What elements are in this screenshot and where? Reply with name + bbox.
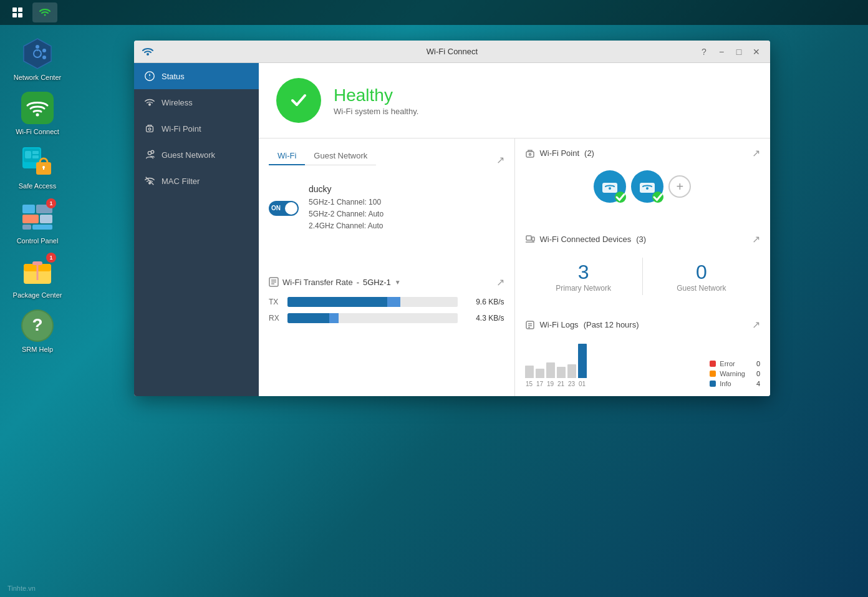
svg-point-35 <box>147 53 149 56</box>
bar-19 <box>546 362 555 378</box>
health-status: Healthy <box>334 85 418 105</box>
svg-rect-28 <box>22 225 31 230</box>
primary-network-stat: 3 Primary Network <box>525 256 642 298</box>
health-description: Wi-Fi system is healthy. <box>334 107 418 116</box>
desktop-icon-package-center[interactable]: 1 Package Center <box>12 255 62 299</box>
svg-point-39 <box>149 104 151 105</box>
wifi-panel-expand[interactable]: ↗ <box>496 154 504 166</box>
logs-expand[interactable]: ↗ <box>752 319 760 331</box>
network-center-label: Network Center <box>14 74 61 82</box>
bar-21 <box>557 367 566 378</box>
transfer-expand[interactable]: ↗ <box>496 276 504 288</box>
tx-row: TX 9.6 KB/s <box>269 297 504 307</box>
logs-chart: 15 17 19 21 23 01 <box>525 344 703 387</box>
sidebar-item-guest-network[interactable]: Guest Network <box>134 142 259 168</box>
guest-network-stat: 0 Guest Network <box>643 256 760 298</box>
maximize-button[interactable]: □ <box>733 46 745 58</box>
desktop-icon-network-center[interactable]: Network Center <box>12 37 62 82</box>
svg-point-43 <box>151 150 154 153</box>
svg-point-52 <box>646 187 649 190</box>
transfer-rate-panel: Wi-Fi Transfer Rate - 5GHz-1 ▼ ↗ TX <box>259 268 514 397</box>
devices-title: Wi-Fi Connected Devices (3) <box>525 234 647 244</box>
add-wifi-point-button[interactable]: + <box>668 175 691 198</box>
desktop-icon-wifi-connect[interactable]: Wi-Fi Connect <box>12 92 62 136</box>
primary-label: Primary Network <box>530 284 637 293</box>
svg-text:?: ? <box>32 315 42 334</box>
desktop: Network Center Wi-Fi Connect <box>0 25 868 597</box>
help-button[interactable]: ? <box>698 46 710 58</box>
window-body: Status Wireless Wi-F <box>134 63 770 396</box>
minimize-button[interactable]: − <box>715 46 728 58</box>
taskbar <box>0 0 868 25</box>
tx-speed: 9.6 KB/s <box>464 298 504 306</box>
warning-dot <box>710 371 716 377</box>
transfer-title-text: Wi-Fi Transfer Rate <box>282 278 353 287</box>
tab-guest-network[interactable]: Guest Network <box>305 147 376 165</box>
wifi-point-1[interactable] <box>594 170 626 203</box>
sidebar-item-mac-filter[interactable]: MAC Filter <box>134 168 259 194</box>
titlebar-wifi-icon <box>142 46 154 58</box>
sidebar-mac-filter-label: MAC Filter <box>162 177 200 186</box>
wifi-connect-window: Wi-Fi Connect ? − □ ✕ Status <box>134 41 770 396</box>
desktop-icon-control-panel[interactable]: 1 Control Panel <box>12 201 62 245</box>
toggle-knob <box>285 202 297 215</box>
wifi-connect-label: Wi-Fi Connect <box>16 128 59 136</box>
transfer-rows: TX 9.6 KB/s RX 4 <box>269 294 504 332</box>
bar-23 <box>567 364 576 378</box>
close-button[interactable]: ✕ <box>750 46 763 58</box>
svg-rect-17 <box>32 151 39 154</box>
window-titlebar: Wi-Fi Connect ? − □ ✕ <box>134 41 770 63</box>
status-circle <box>276 78 321 123</box>
window-controls: ? − □ ✕ <box>698 46 763 58</box>
svg-line-12 <box>40 55 41 56</box>
sidebar-guest-label: Guest Network <box>162 150 215 160</box>
wifi-point-2[interactable] <box>631 170 663 203</box>
svg-point-8 <box>42 49 46 52</box>
primary-count: 3 <box>530 261 637 284</box>
svg-rect-26 <box>22 215 39 223</box>
logs-title-text: Wi-Fi Logs <box>540 320 579 329</box>
error-count: 0 <box>749 360 760 367</box>
svg-rect-23 <box>43 167 44 170</box>
point1-check <box>615 192 626 203</box>
svg-point-7 <box>36 45 39 49</box>
logs-content: 15 17 19 21 23 01 <box>525 337 761 387</box>
desktop-icons: Network Center Wi-Fi Connect <box>12 37 62 354</box>
label-23: 23 <box>567 381 576 387</box>
svg-point-48 <box>529 153 531 155</box>
transfer-band-dropdown[interactable]: ▼ <box>395 279 401 286</box>
tab-wifi[interactable]: Wi-Fi <box>269 147 305 165</box>
sidebar-item-status[interactable]: Status <box>134 63 259 89</box>
devices-expand[interactable]: ↗ <box>752 233 760 245</box>
rx-row: RX 4.3 KB/s <box>269 313 504 323</box>
desktop-icon-srm-help[interactable]: ? SRM Help <box>12 309 62 354</box>
package-center-label: Package Center <box>13 291 62 299</box>
transfer-title: Wi-Fi Transfer Rate - 5GHz-1 ▼ <box>269 277 401 287</box>
sidebar-status-label: Status <box>162 72 185 81</box>
bar-15 <box>525 366 534 378</box>
desktop-icon-safe-access[interactable]: Safe Access <box>12 146 62 190</box>
sidebar-item-wifi-point[interactable]: Wi-Fi Point <box>134 115 259 142</box>
svg-rect-0 <box>12 7 17 12</box>
main-content: Healthy Wi-Fi system is healthy. Wi-Fi G… <box>259 63 770 396</box>
wifi-point-expand[interactable]: ↗ <box>752 147 760 159</box>
logs-period: (Past 12 hours) <box>584 320 639 329</box>
network-name: ducky <box>309 184 383 194</box>
wifi-tabs: Wi-Fi Guest Network <box>269 147 376 165</box>
svg-rect-1 <box>18 7 22 12</box>
sidebar-item-wireless[interactable]: Wireless <box>134 89 259 115</box>
transfer-header: Wi-Fi Transfer Rate - 5GHz-1 ▼ ↗ <box>269 276 504 288</box>
sidebar: Status Wireless Wi-F <box>134 63 259 396</box>
sidebar-wireless-label: Wireless <box>162 98 193 107</box>
wifi-point-title-text: Wi-Fi Point <box>540 148 580 158</box>
bar-01 <box>578 344 587 378</box>
grid-button[interactable] <box>5 2 30 22</box>
svg-point-50 <box>609 187 611 190</box>
tx-bar-bg <box>287 297 458 307</box>
logs-panel: Wi-Fi Logs (Past 12 hours) ↗ <box>515 310 771 396</box>
wifi-toggle[interactable]: ON <box>269 201 299 216</box>
window-title: Wi-Fi Connect <box>427 47 478 56</box>
svg-marker-5 <box>24 39 51 69</box>
wifi-network-item: ON ducky 5GHz-1 Channel: 100 5GHz-2 Chan… <box>269 179 504 238</box>
wifi-taskbar-button[interactable] <box>32 2 57 22</box>
